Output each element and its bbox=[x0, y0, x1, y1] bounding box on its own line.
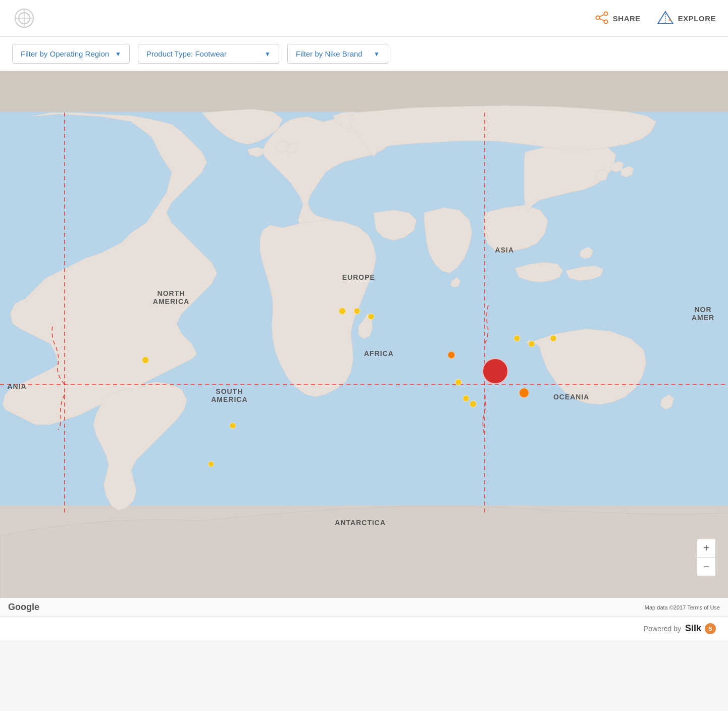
svg-point-6 bbox=[604, 20, 607, 23]
region-filter-dropdown[interactable]: Filter by Operating Region ▼ bbox=[12, 44, 130, 64]
svg-point-5 bbox=[596, 16, 599, 19]
data-point-eu3[interactable] bbox=[368, 314, 375, 320]
data-point-sea-large[interactable] bbox=[482, 358, 508, 384]
product-type-filter-chevron: ▼ bbox=[265, 50, 271, 58]
world-map-svg bbox=[0, 71, 728, 617]
silk-icon: S bbox=[705, 623, 716, 634]
google-logo: Google bbox=[8, 602, 39, 613]
data-point-ea2[interactable] bbox=[528, 341, 535, 347]
header: SHARE × EXPLORE bbox=[0, 0, 728, 37]
main-container: SHARE × EXPLORE Filter by Operating Regi… bbox=[0, 0, 728, 640]
product-type-filter-dropdown[interactable]: Product Type: Footwear ▼ bbox=[138, 44, 279, 64]
map-container[interactable]: NORTHAMERICA SOUTHAMERICA EUROPE AFRICA … bbox=[0, 71, 728, 617]
explore-icon: × bbox=[657, 11, 674, 26]
powered-by-text: Powered by bbox=[644, 625, 681, 633]
explore-button[interactable]: × EXPLORE bbox=[657, 11, 716, 26]
filter-bar: Filter by Operating Region ▼ Product Typ… bbox=[0, 37, 728, 71]
share-icon bbox=[595, 11, 609, 26]
product-type-filter-label: Product Type: Footwear bbox=[146, 49, 227, 58]
silk-logo: Silk S bbox=[685, 623, 716, 634]
data-point-sea-yellow[interactable] bbox=[470, 400, 477, 408]
brand-filter-chevron: ▼ bbox=[374, 50, 380, 58]
zoom-in-button[interactable]: + bbox=[697, 539, 715, 557]
data-point-eu1[interactable] bbox=[339, 308, 346, 315]
data-point-sea-orange[interactable] bbox=[519, 388, 529, 398]
svg-point-4 bbox=[604, 12, 607, 15]
data-point-india2[interactable] bbox=[462, 395, 469, 402]
region-filter-chevron: ▼ bbox=[115, 50, 121, 58]
brand-filter-dropdown[interactable]: Filter by Nike Brand ▼ bbox=[287, 44, 388, 64]
page-footer: Powered by Silk S bbox=[0, 617, 728, 640]
region-filter-label: Filter by Operating Region bbox=[21, 49, 109, 58]
data-point-ea1[interactable] bbox=[513, 335, 520, 342]
svg-line-7 bbox=[599, 14, 604, 16]
brand-filter-label: Filter by Nike Brand bbox=[296, 49, 362, 58]
map-attribution: Map data ©2017 Terms of Use bbox=[645, 604, 720, 611]
site-logo bbox=[12, 6, 36, 30]
data-point-sa2[interactable] bbox=[208, 461, 214, 467]
svg-text:×: × bbox=[668, 17, 671, 23]
svg-line-8 bbox=[599, 18, 604, 20]
explore-label: EXPLORE bbox=[678, 14, 716, 23]
share-button[interactable]: SHARE bbox=[595, 11, 641, 26]
map-footer: Google Map data ©2017 Terms of Use bbox=[0, 598, 728, 617]
data-point-na[interactable] bbox=[142, 357, 149, 364]
zoom-out-button[interactable]: − bbox=[697, 557, 715, 576]
data-point-eu2[interactable] bbox=[353, 308, 360, 315]
data-point-sa1[interactable] bbox=[230, 423, 236, 429]
data-point-me1[interactable] bbox=[448, 351, 455, 359]
svg-rect-14 bbox=[0, 71, 728, 112]
share-label: SHARE bbox=[613, 14, 641, 23]
data-point-ea3[interactable] bbox=[550, 335, 556, 342]
data-point-india1[interactable] bbox=[455, 379, 462, 385]
zoom-controls: + − bbox=[697, 539, 716, 576]
header-actions: SHARE × EXPLORE bbox=[595, 11, 716, 26]
